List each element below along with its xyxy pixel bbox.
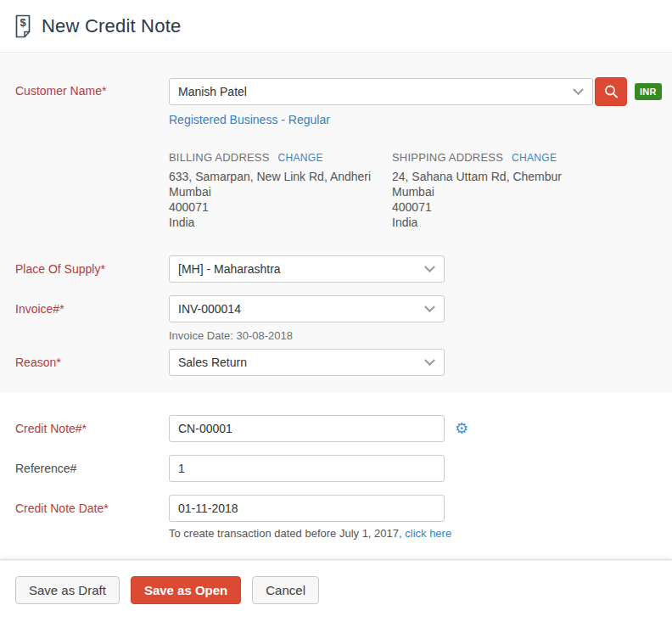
shipping-address-change-link[interactable]: CHANGE (512, 152, 557, 164)
invoice-label: Invoice#* (15, 295, 169, 316)
invoice-value: INV-000014 (178, 302, 241, 316)
credit-note-details-section: Credit Note#* ⚙ Reference# Credit Note D… (0, 393, 672, 560)
reason-select[interactable]: Sales Return (169, 349, 445, 376)
reference-row: Reference# (0, 455, 672, 482)
action-footer: Save as Draft Save as Open Cancel (0, 560, 672, 622)
reason-row: Reason* Sales Return (0, 349, 672, 376)
invoice-row: Invoice#* INV-000014 Invoice Date: 30-08… (0, 295, 672, 342)
shipping-address-line: 24, Sahana Uttam Rd, Chembur (392, 169, 615, 184)
invoice-select[interactable]: INV-000014 (169, 295, 445, 322)
cancel-button[interactable]: Cancel (252, 576, 319, 604)
customer-name-label: Customer Name* (15, 77, 169, 98)
backdate-caption-text: To create transaction dated before July … (169, 527, 402, 540)
customer-name-select[interactable]: Manish Patel (169, 78, 593, 105)
credit-note-number-input[interactable] (169, 415, 445, 442)
customer-name-value: Manish Patel (178, 85, 247, 98)
page-header: $ New Credit Note (0, 0, 672, 53)
credit-note-date-input[interactable] (169, 495, 445, 522)
backdate-click-here-link[interactable]: click here (405, 527, 451, 540)
chevron-down-icon (424, 261, 435, 272)
billing-address: BILLING ADDRESS CHANGE 633, Samarpan, Ne… (169, 151, 392, 230)
gear-icon[interactable]: ⚙ (455, 421, 468, 436)
shipping-address-heading: SHIPPING ADDRESS (392, 151, 503, 164)
customer-search-button[interactable] (595, 77, 627, 106)
billing-address-line: 633, Samarpan, New Link Rd, Andheri (169, 169, 392, 184)
reference-label: Reference# (15, 455, 169, 475)
tax-treatment-link[interactable]: Registered Business - Regular (169, 113, 330, 126)
credit-note-date-row: Credit Note Date* (0, 495, 672, 522)
billing-address-change-link[interactable]: CHANGE (278, 152, 323, 164)
billing-address-heading: BILLING ADDRESS (169, 151, 270, 164)
customer-name-row: Customer Name* Manish Patel INR (0, 77, 672, 106)
place-of-supply-row: Place Of Supply* [MH] - Maharashtra (0, 255, 672, 283)
save-as-open-button[interactable]: Save as Open (131, 576, 241, 604)
billing-address-line: Mumbai (169, 184, 392, 199)
chevron-down-icon (424, 355, 435, 366)
credit-note-number-row: Credit Note#* ⚙ (0, 415, 672, 442)
page-title: New Credit Note (42, 15, 181, 37)
search-icon (603, 84, 619, 100)
save-as-draft-button[interactable]: Save as Draft (15, 576, 120, 604)
place-of-supply-label: Place Of Supply* (15, 255, 169, 276)
shipping-address-line: 400071 (392, 199, 615, 215)
svg-text:$: $ (20, 16, 26, 29)
invoice-date-caption: Invoice Date: 30-08-2018 (169, 329, 445, 342)
reason-label: Reason* (15, 349, 169, 369)
billing-address-line: India (169, 215, 392, 230)
billing-address-line: 400071 (169, 199, 392, 215)
addresses-block: BILLING ADDRESS CHANGE 633, Samarpan, Ne… (169, 151, 672, 230)
credit-note-icon: $ (13, 14, 33, 39)
chevron-down-icon (573, 84, 584, 95)
shipping-address-line: India (392, 215, 615, 230)
place-of-supply-select[interactable]: [MH] - Maharashtra (169, 255, 445, 283)
chevron-down-icon (424, 301, 435, 312)
credit-note-date-label: Credit Note Date* (15, 495, 169, 515)
shipping-address-line: Mumbai (392, 184, 615, 199)
place-of-supply-value: [MH] - Maharashtra (178, 262, 281, 276)
credit-note-number-label: Credit Note#* (15, 415, 169, 435)
backdate-caption: To create transaction dated before July … (169, 527, 672, 540)
currency-badge: INR (635, 83, 662, 100)
reference-input[interactable] (169, 455, 445, 482)
customer-details-section: Customer Name* Manish Patel INR Register… (0, 53, 672, 393)
shipping-address: SHIPPING ADDRESS CHANGE 24, Sahana Uttam… (392, 151, 615, 230)
reason-value: Sales Return (178, 356, 247, 369)
